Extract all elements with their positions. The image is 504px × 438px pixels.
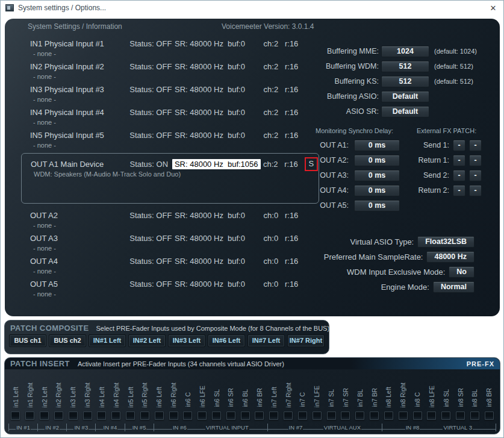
fx-return2-button-b[interactable]: - (469, 185, 482, 196)
insert-channel-label: in7 C (299, 371, 306, 407)
insert-channel-checkbox[interactable] (399, 411, 408, 420)
insert-channel-checkbox[interactable] (83, 411, 92, 420)
insert-channel-checkbox[interactable] (140, 411, 149, 420)
fx-return2-button-a[interactable]: - (453, 185, 465, 196)
fx-return1-button-b[interactable]: - (469, 155, 482, 166)
insert-channel-checkbox[interactable] (169, 411, 178, 420)
fx-send1-label: Send 1: (412, 141, 449, 149)
device-samplerate-buffer: SR: 48000 Hzbuf:0 (175, 131, 264, 140)
insert-channel-checkbox[interactable] (427, 411, 436, 420)
insert-group-label: IN #3 (66, 424, 95, 431)
buffering-wdm-button[interactable]: 512 (381, 61, 429, 72)
buffering-mme-button[interactable]: 1024 (381, 46, 429, 57)
device-samplerate: SR: 48000 Hz (175, 211, 228, 220)
insert-channel-checkbox[interactable] (111, 411, 120, 420)
insert-channel-checkbox[interactable] (212, 411, 221, 420)
insert-channel: in8 LFE (425, 371, 439, 420)
fx-return1-button-a[interactable]: - (453, 155, 465, 166)
buffering-ks-row: Buffering KS: 512 (default: 512) (316, 75, 500, 87)
insert-channel-label: in3 Right (84, 371, 91, 407)
insert-channel-checkbox[interactable] (40, 411, 49, 420)
insert-channel-checkbox[interactable] (183, 411, 192, 420)
insert-channel-checkbox[interactable] (355, 411, 364, 420)
insert-channel: in6 Left (152, 371, 166, 420)
monitoring-out-a1-button[interactable]: 0 ms (354, 140, 400, 151)
fx-send1-button-b[interactable]: - (469, 140, 482, 151)
insert-channel-checkbox[interactable] (54, 411, 63, 420)
insert-channel-checkbox[interactable] (69, 411, 78, 420)
device-status-line: IN4 Physical Input #4 Status: OFF SR: 48… (30, 106, 319, 118)
device-channels: ch:0 (264, 257, 285, 266)
insert-channel-checkbox[interactable] (198, 411, 207, 420)
insert-channel-checkbox[interactable] (284, 411, 293, 420)
monitoring-out-a2-button[interactable]: 0 ms (354, 155, 400, 166)
insert-channel-checkbox[interactable] (155, 411, 164, 420)
device-row: OUT A1 Main Device Status: ON SR: 48000 … (26, 156, 319, 178)
device-samplerate-buffer: SR: 48000 Hzbuf:0 (175, 234, 264, 243)
composite-button[interactable]: IN#2 Left (128, 334, 166, 347)
insert-channel-checkbox[interactable] (384, 411, 393, 420)
wdm-exclusive-mode-button[interactable]: No (449, 266, 474, 278)
insert-channel-checkbox[interactable] (269, 411, 278, 420)
device-samplerate-buffer: SR: 48000 Hzbuf:1056 (172, 159, 261, 169)
monitoring-out-a3-button[interactable]: 0 ms (354, 170, 400, 181)
buffering-mme-row: Buffering MME: 1024 (default: 1024) (316, 45, 500, 57)
composite-button[interactable]: IN#6 Left (208, 334, 245, 347)
insert-channel-checkbox[interactable] (413, 411, 422, 420)
insert-channel: in7 Left (267, 371, 281, 420)
device-name: OUT A4 (30, 257, 129, 266)
asio-sr-button[interactable]: Default (381, 106, 429, 117)
preferred-samplerate-button[interactable]: 48000 Hz (426, 251, 474, 263)
device-channels: ch:2 (263, 160, 284, 169)
engine-mode-label: Engine Mode: (381, 283, 429, 292)
buffering-ks-button[interactable]: 512 (381, 76, 429, 87)
device-row: IN3 Physical Input #3 Status: OFF SR: 48… (25, 81, 319, 104)
insert-channel-checkbox[interactable] (470, 411, 479, 420)
buffering-wdm-label: Buffering WDM: (316, 62, 379, 70)
composite-button[interactable]: IN#1 Left (89, 334, 126, 347)
insert-channel-checkbox[interactable] (441, 411, 450, 420)
virtual-asio-type-button[interactable]: Float32LSB (417, 236, 474, 248)
engine-mode-button[interactable]: Normal (433, 281, 474, 293)
insert-channel-label: in5 Left (127, 371, 134, 407)
device-resolution: r:16 (284, 160, 303, 169)
device-buffer: buf:0 (228, 62, 264, 71)
composite-button[interactable]: IN#7 Left (247, 334, 285, 347)
insert-channel-label: in6 Right (170, 371, 177, 407)
insert-channel-checkbox[interactable] (11, 411, 20, 420)
fx-send1-button-a[interactable]: - (453, 140, 465, 151)
insert-channel: in3 Left (66, 371, 80, 420)
buffering-asio-button[interactable]: Default (381, 91, 429, 102)
device-samplerate-buffer: SR: 48000 Hzbuf:0 (175, 257, 264, 266)
insert-channel-checkbox[interactable] (255, 411, 264, 420)
insert-channel-checkbox[interactable] (313, 411, 322, 420)
fx-send2-button-a[interactable]: - (453, 170, 465, 181)
device-name: IN3 Physical Input #3 (30, 85, 129, 94)
insert-channel-checkbox[interactable] (226, 411, 235, 420)
insert-channel-checkbox[interactable] (25, 411, 34, 420)
insert-channel: in5 Right (137, 371, 152, 420)
insert-channel-checkbox[interactable] (97, 411, 106, 420)
insert-channel-checkbox[interactable] (370, 411, 379, 420)
composite-button[interactable]: BUS ch1 (9, 334, 46, 347)
right-settings-column: Buffering MME: 1024 (default: 1024) Buff… (316, 19, 500, 316)
monitoring-out-a5-button[interactable]: 0 ms (354, 200, 400, 211)
insert-channel-checkbox[interactable] (241, 411, 250, 420)
insert-channel-checkbox[interactable] (327, 411, 336, 420)
device-subline: - none - (30, 119, 319, 126)
insert-channel-checkbox[interactable] (126, 411, 135, 420)
composite-button[interactable]: BUS ch2 (49, 334, 86, 347)
insert-channel-checkbox[interactable] (485, 411, 494, 420)
insert-channel-label: in4 Left (98, 371, 105, 407)
close-icon[interactable]: ✕ (488, 4, 499, 13)
insert-channel-checkbox[interactable] (456, 411, 465, 420)
composite-button[interactable]: IN#3 Left (168, 334, 205, 347)
insert-channel-checkbox[interactable] (341, 411, 350, 420)
composite-button[interactable]: IN#7 Right (287, 334, 325, 347)
fx-send2-button-b[interactable]: - (469, 170, 482, 181)
patch-insert-title: PATCH INSERT (10, 359, 70, 368)
monitoring-out-a4-button[interactable]: 0 ms (354, 185, 400, 196)
insert-channel-checkbox[interactable] (298, 411, 307, 420)
main-settings-panel: System Settings / Information Voicemeete… (5, 19, 500, 316)
device-status-line: IN2 Physical Input #2 Status: OFF SR: 48… (30, 60, 319, 72)
